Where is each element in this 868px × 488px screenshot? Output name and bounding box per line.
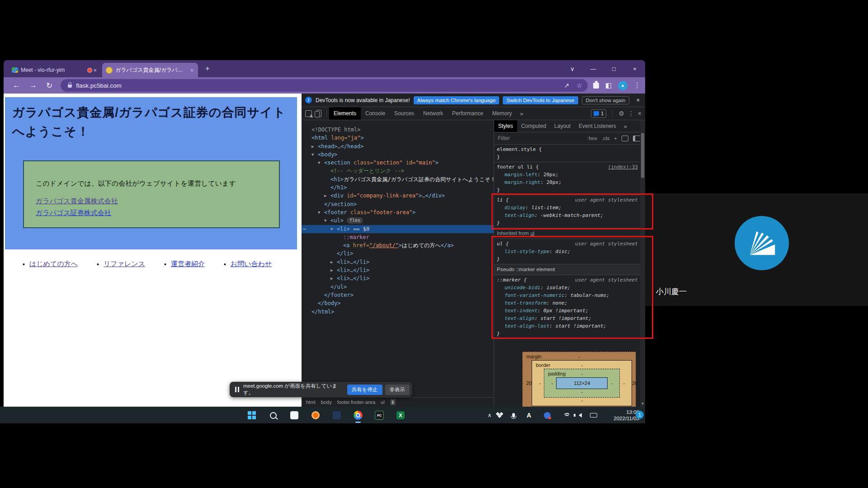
css-property[interactable]: list-style-type: disc; <box>497 248 638 255</box>
rule-source-link[interactable]: user agent stylesheet <box>575 240 638 248</box>
restore-button[interactable]: □ <box>604 66 624 72</box>
css-property[interactable]: text-align: start !important; <box>497 314 638 322</box>
tree-row[interactable]: </html> <box>302 308 494 316</box>
taskbar-clock[interactable]: 13:08 2022/11/03 <box>600 409 639 422</box>
tree-row[interactable]: ▼<footer class="footer-area"> <box>302 208 494 216</box>
filter-input[interactable]: Filter <box>498 135 583 141</box>
devtools-tab-console[interactable]: Console <box>361 107 390 120</box>
volume-icon[interactable] <box>575 410 585 421</box>
tab-close-icon[interactable]: × <box>189 67 194 74</box>
tree-row[interactable]: ▼<section class="section" id="main"> <box>302 159 494 167</box>
bookmark-star-icon[interactable]: ☆ <box>576 82 582 89</box>
search-icon[interactable] <box>268 410 278 421</box>
style-rule[interactable]: (index):33footer ul li {margin-left: 20p… <box>494 162 641 195</box>
tab-meet[interactable]: Meet - vio-rfur-yim × <box>8 63 101 77</box>
notice-close-icon[interactable]: × <box>634 97 642 103</box>
minimize-button[interactable]: — <box>583 66 604 72</box>
breadcrumb-item[interactable]: html <box>306 399 316 405</box>
devtools-close-icon[interactable]: × <box>638 110 642 117</box>
devtools-tab-memory[interactable]: Memory <box>488 107 516 120</box>
tree-row[interactable]: ▶<li>…</li> <box>302 266 494 274</box>
rule-source-link[interactable]: (index):33 <box>608 163 638 171</box>
browser-menu-icon[interactable]: ⋮ <box>634 81 641 89</box>
pycharm-icon[interactable]: PC <box>374 410 385 421</box>
footer-link[interactable]: リファレンス <box>104 260 145 268</box>
twisty-closed-icon[interactable]: ▶ <box>330 266 333 274</box>
company-link[interactable]: ガラパゴス証券株式会社 <box>36 209 111 217</box>
reload-icon[interactable]: ↻ <box>46 81 52 90</box>
style-rule[interactable]: element.style {} <box>494 145 641 162</box>
rule-source-link[interactable]: user agent stylesheet <box>575 196 638 204</box>
tree-row[interactable]: ▶<head>…</head> <box>302 142 494 150</box>
taskbar-app-orange[interactable] <box>310 410 321 421</box>
switch-japanese-button[interactable]: Switch DevTools to Japanese <box>503 96 578 104</box>
close-button[interactable]: × <box>624 66 645 72</box>
share-icon[interactable]: ↗ <box>564 82 570 89</box>
more-tabs-icon[interactable]: » <box>516 110 527 117</box>
toggle-classes[interactable]: .cls <box>602 136 609 141</box>
battery-icon[interactable] <box>588 410 599 421</box>
tree-row[interactable]: ▶<li>…</li> <box>302 258 494 266</box>
back-icon[interactable]: ← <box>13 81 20 90</box>
ime-icon[interactable]: A <box>524 410 534 421</box>
tray-app-blue-icon[interactable] <box>542 410 552 421</box>
css-property[interactable]: text-indent: 0px !important; <box>497 307 638 314</box>
tree-row[interactable]: </section> <box>302 200 494 208</box>
scrollbar-down-icon[interactable]: ▼ <box>640 402 645 406</box>
tree-row[interactable]: ::marker <box>302 233 494 241</box>
tab-close-icon[interactable]: × <box>92 67 98 74</box>
css-property[interactable]: text-align-last: start !important; <box>497 322 638 330</box>
excel-icon[interactable]: X <box>395 410 406 421</box>
console-messages-badge[interactable]: 1 <box>591 109 606 118</box>
wifi-icon[interactable] <box>561 410 571 421</box>
sidebar-tab-styles[interactable]: Styles <box>494 120 517 132</box>
notification-badge[interactable]: 1 <box>636 411 644 419</box>
tab-search-chevron-icon[interactable]: ∨ <box>562 66 583 72</box>
tree-row[interactable]: <h1>ガラパゴス貴金属/ガラパゴス証券の合同サイトへようこそ！ <box>302 175 494 183</box>
sidebar-tab-event-listeners[interactable]: Event Listeners <box>575 120 620 132</box>
address-bar[interactable]: flask.pc5bai.com ↗ ☆ <box>61 79 588 92</box>
sidebar-tab-layout[interactable]: Layout <box>550 120 575 132</box>
new-tab-button[interactable]: + <box>205 64 210 73</box>
twisty-open-icon[interactable]: ▼ <box>324 216 326 225</box>
profile-avatar[interactable]: ▲ <box>618 81 627 90</box>
css-property[interactable]: margin-right: 20px; <box>497 178 638 186</box>
dropbox-icon[interactable] <box>494 410 505 421</box>
device-toolbar-icon[interactable] <box>316 110 321 117</box>
toggle-hover-state[interactable]: :hov <box>587 136 597 141</box>
tree-row[interactable]: </ul> <box>302 283 494 291</box>
box-model-content[interactable]: 112×24 <box>556 377 608 389</box>
hide-share-bar-button[interactable]: 非表示 <box>385 385 410 395</box>
sidebar-more-tabs-icon[interactable]: » <box>620 123 631 130</box>
twisty-closed-icon[interactable]: ▶ <box>311 142 314 150</box>
twisty-open-icon[interactable]: ▼ <box>330 225 333 233</box>
sidebar-tab-computed[interactable]: Computed <box>517 120 550 132</box>
forward-icon[interactable]: → <box>29 81 37 90</box>
tree-row[interactable]: </li> <box>302 249 494 258</box>
box-model-border[interactable]: border- - padding- <box>532 360 632 406</box>
tab-site[interactable]: ガラパゴス貴金属/ガラパゴス証券の… × <box>102 63 198 77</box>
tree-row[interactable]: <!-- ヘッダーとリンク --> <box>302 167 494 175</box>
tree-row[interactable]: ▼<body> <box>302 150 494 159</box>
inspect-element-icon[interactable] <box>305 110 312 117</box>
twisty-open-icon[interactable]: ▼ <box>311 150 314 159</box>
footer-link[interactable]: 運営者紹介 <box>171 260 205 268</box>
devtools-tab-network[interactable]: Network <box>419 107 448 120</box>
style-rule[interactable]: user agent stylesheet::marker {unicode-b… <box>494 275 641 339</box>
footer-link[interactable]: はじめての方へ <box>29 260 78 268</box>
twisty-closed-icon[interactable]: ▶ <box>330 274 333 282</box>
tree-row[interactable]: ▶<div id="company-link-area">…</div> <box>302 192 494 200</box>
match-language-button[interactable]: Always match Chrome's language <box>414 96 500 104</box>
twisty-open-icon[interactable]: ▼ <box>318 208 320 216</box>
css-property[interactable]: font-variant-numeric: tabular-nums; <box>497 291 638 299</box>
stop-sharing-button[interactable]: 共有を停止 <box>347 385 382 395</box>
devtools-menu-icon[interactable]: ⋮ <box>628 110 634 117</box>
devtools-tab-performance[interactable]: Performance <box>448 107 488 120</box>
flex-badge[interactable]: flex <box>347 217 363 224</box>
style-rule[interactable]: user agent stylesheetul {list-style-type… <box>494 239 641 264</box>
box-model-padding[interactable]: padding- - 112×24 <box>544 369 620 398</box>
tree-row[interactable]: </footer> <box>302 291 494 299</box>
breadcrumb-item[interactable]: body <box>321 399 332 405</box>
settings-gear-icon[interactable]: ⚙ <box>618 110 624 117</box>
styles-scrollbar[interactable]: ▼ <box>640 120 645 407</box>
